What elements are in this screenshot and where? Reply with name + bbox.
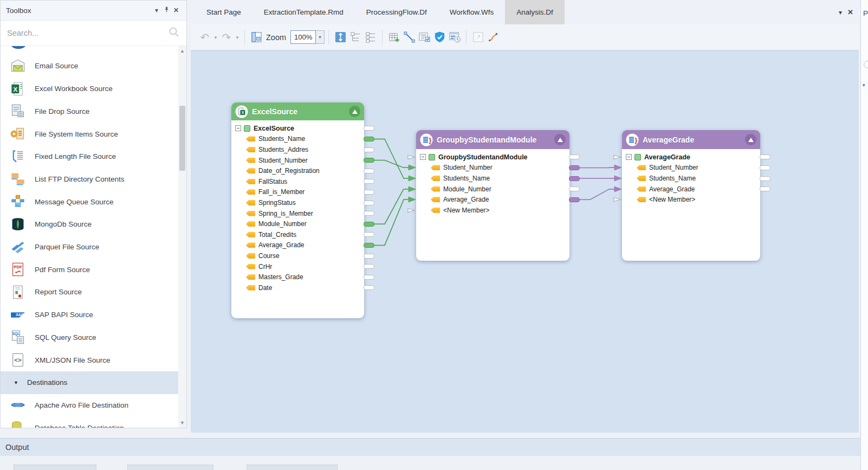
scroll-down-icon[interactable]: ▼ [178,419,186,427]
toolbox-item[interactable]: Email Source [1,55,178,78]
search-input[interactable] [7,29,168,37]
field-row[interactable]: Course [231,250,364,261]
output-port[interactable] [364,179,374,184]
output-port[interactable] [364,190,374,195]
output-port[interactable] [569,186,580,191]
expand-nodes-button[interactable] [363,30,378,45]
toolbox-item[interactable]: List FTP Directory Contents [1,168,178,191]
chevron-down-icon[interactable]: ▾ [839,9,842,16]
field-row[interactable]: SpringStatus [231,197,364,208]
toolbox-section-destinations[interactable]: ▼ Destinations [1,371,178,394]
output-port[interactable] [364,243,374,248]
output-port[interactable] [364,232,374,237]
toolbox-item[interactable]: Database Table Destination [1,416,178,428]
reroute-links-button[interactable] [485,30,501,45]
output-port[interactable] [364,147,374,152]
node-root-row[interactable]: GroupbyStudentandModule [416,152,569,163]
field-row[interactable]: Average_Grade [231,240,364,251]
toolbox-item[interactable]: File Drop Source [1,100,178,123]
toolbox-item[interactable]: MongoDb Source [1,213,178,236]
output-port[interactable] [760,186,770,191]
output-bar[interactable]: Output [0,438,860,456]
scroll-up-icon[interactable]: ▲ [178,47,186,55]
field-row[interactable]: Students_Name [416,173,569,184]
tab-processingflow-df[interactable]: ProcessingFlow.Df [355,0,438,24]
output-port[interactable] [760,154,770,159]
output-port[interactable] [569,165,580,170]
output-port[interactable] [364,211,374,216]
undo-dropdown-icon[interactable]: ▾ [212,35,219,40]
undo-button[interactable]: ↶ [197,30,212,45]
input-port[interactable] [403,164,416,171]
collapse-tree-icon[interactable] [420,154,426,160]
bottom-panel-tab[interactable] [247,465,338,470]
close-icon[interactable]: ✕ [171,7,181,14]
draw-link-button[interactable] [401,30,417,45]
chevron-down-icon[interactable]: ▾ [152,7,161,14]
field-row[interactable]: Spring_is_Member [231,208,364,219]
input-port[interactable] [609,154,622,160]
collapse-nodes-button[interactable] [348,30,363,45]
collapse-node-button[interactable] [554,134,566,145]
output-port[interactable] [364,275,374,280]
close-icon[interactable]: ✕ [847,8,853,16]
output-port[interactable] [364,137,374,141]
input-port[interactable] [609,164,622,171]
collapse-tree-icon[interactable] [235,125,241,131]
tab-extractiontemplate-rmd[interactable]: ExtractionTemplate.Rmd [252,0,355,24]
dataflow-canvas[interactable]: X ExcelSource ExcelSource Students_Name … [191,50,859,433]
toolbox-item[interactable]: Fixed Length File Source [1,145,178,168]
output-port[interactable] [364,264,374,269]
field-row[interactable]: Module_Number [416,184,569,195]
toolbox-item[interactable]: Apache Avro File Destination [1,394,178,417]
fit-height-button[interactable] [333,30,348,45]
output-port[interactable] [364,201,374,205]
field-row[interactable]: FallStatus [231,176,364,187]
output-port[interactable] [364,222,374,227]
bottom-panel-tab[interactable] [127,465,213,470]
output-port[interactable] [760,176,770,181]
field-row[interactable]: Student_Number [622,163,760,173]
field-row[interactable]: Average_Grade [622,184,760,195]
node-header[interactable]: } GroupbyStudentandModule [416,130,569,149]
output-port[interactable] [569,154,580,159]
collapse-node-button[interactable] [349,106,360,117]
toolbox-item[interactable]: SQLSQL Query Source [1,326,178,349]
input-port[interactable] [403,186,416,192]
tab-start-page[interactable]: Start Page [195,0,252,24]
tab-analysis-df[interactable]: Analysis.Df [505,0,565,24]
scrollbar-thumb[interactable] [179,106,185,171]
node-header[interactable]: } AverageGrade [622,130,760,149]
collapse-node-button[interactable] [745,134,756,145]
node-root-row[interactable]: ExcelSource [231,123,364,134]
zoom-dropdown-icon[interactable]: ▾ [316,30,325,44]
zoom-input[interactable] [290,30,316,44]
field-row[interactable]: <New Member> [416,205,569,216]
field-row[interactable]: Module_Number [231,218,364,229]
layout-panel-button[interactable] [249,30,264,45]
input-port[interactable] [403,207,416,214]
input-port[interactable] [609,196,622,203]
output-port[interactable] [760,165,770,170]
input-port[interactable] [403,196,416,203]
field-row[interactable]: Students_Addres [231,144,364,155]
tab-workflow-wfs[interactable]: Workflow.Wfs [438,0,506,24]
field-row[interactable]: Average_Grade [416,194,569,205]
output-port[interactable] [364,254,374,259]
job-schedule-button[interactable] [447,30,462,45]
toolbox-item[interactable]: File System Items Source [1,123,178,145]
toolbox-item[interactable]: MQMessage Queue Source [1,190,178,213]
flow-node-groupbystudentandmodule[interactable]: } GroupbyStudentandModule GroupbyStudent… [416,130,569,261]
bottom-panel-tab[interactable] [14,465,96,470]
field-row[interactable]: CrHr [231,261,364,272]
output-port[interactable] [569,176,580,181]
input-port[interactable] [403,154,416,160]
field-row[interactable]: Date_of_Registration [231,165,364,176]
add-table-button[interactable] [386,30,401,45]
toolbox-item[interactable]: Report Source [1,281,178,304]
preview-data-button[interactable]: 010110 [417,30,432,45]
right-panel-strip[interactable]: P ▾ [860,0,868,470]
output-port[interactable] [364,285,374,290]
node-header[interactable]: X ExcelSource [231,102,364,120]
field-row[interactable]: Student_Number [416,163,569,173]
